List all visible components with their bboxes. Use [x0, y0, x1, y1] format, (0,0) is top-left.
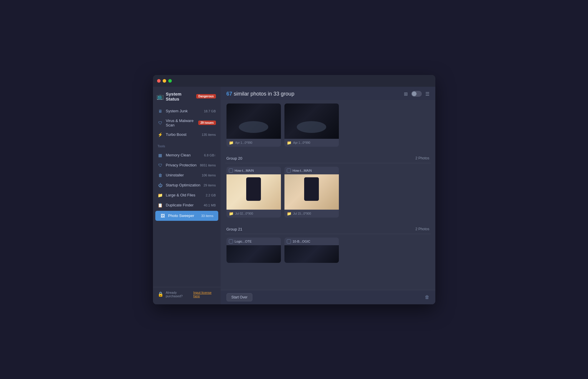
group-21-section: Group 21 2 Photos Logic...OTE [225, 223, 431, 266]
main-content: 67 similar photos in 33 group ⊞ ☰ [221, 87, 435, 304]
startup-optimization-icon: ⏻ [158, 183, 163, 188]
group-20-photos: How-t...MAIN 📁 Jul 02...0*900 How [225, 163, 431, 221]
large-old-files-label: Large & Old Files [166, 193, 203, 197]
main-items-section: 🖥 System Junk 18.7 GB 🛡 Virus & Malware … [153, 105, 221, 141]
toggle-thumb [412, 91, 417, 96]
photo-footer: 📁 Apr 1...0*990 [284, 139, 339, 147]
system-junk-label: System Junk [166, 109, 201, 113]
photo-meta: Apr 1...0*990 [293, 141, 310, 144]
photo-image [284, 103, 339, 139]
main-footer: Start Over 🗑 [221, 290, 435, 304]
photo-meta: Jul 15...0*900 [293, 212, 311, 215]
sidebar-footer: 🔒 Already purchased? Input license here [153, 287, 221, 301]
start-over-button[interactable]: Start Over [226, 293, 253, 301]
group-20-count: 2 Photos [415, 156, 429, 160]
header-controls: ⊞ ☰ [404, 91, 429, 97]
photo-card: How-t...MAIN 📁 Jul 02...0*900 [226, 167, 281, 218]
main-header: 67 similar photos in 33 group ⊞ ☰ [221, 87, 435, 100]
photo-sweeper-count: 33 items [201, 214, 214, 218]
photo-checkbox[interactable] [287, 239, 291, 243]
folder-icon: 📁 [287, 211, 291, 216]
sidebar: 📺 System Status Dangerous 🖥 System Junk … [153, 87, 221, 304]
close-button[interactable] [157, 79, 161, 83]
partial-photos-grid: 📁 Apr 1...0*990 📁 Apr 1...0*990 [225, 100, 431, 150]
list-view-icon[interactable]: ☰ [425, 91, 429, 97]
sidebar-item-memory-clean[interactable]: ▦ Memory Clean 6.8 GB↑ [153, 150, 221, 160]
duplicate-finder-count: 40.1 MB [204, 203, 216, 207]
memory-clean-icon: ▦ [158, 153, 163, 158]
photo-card: How-t...MAIN 📁 Jul 15...0*900 [284, 167, 339, 218]
photo-card: Logic...OTE [226, 238, 281, 263]
photo-card-header: Logic...OTE [226, 238, 281, 245]
sidebar-item-virus-scan[interactable]: 🛡 Virus & Malware Scan 29 issues [153, 116, 221, 130]
minimize-button[interactable] [163, 79, 166, 83]
photo-filename: How-t...MAIN [293, 169, 312, 172]
photo-meta: Jul 02...0*900 [235, 212, 253, 215]
dangerous-badge: Dangerous [196, 94, 216, 98]
large-old-files-icon: 📁 [158, 193, 163, 198]
tools-section-label: Tools [153, 141, 221, 149]
similar-photos-count: 67 [226, 91, 232, 97]
lock-icon: 🔒 [158, 291, 164, 297]
title-bar [153, 75, 435, 87]
maximize-button[interactable] [168, 79, 172, 83]
sidebar-title: System Status [166, 91, 194, 101]
sidebar-item-duplicate-finder[interactable]: 📋 Duplicate Finder 40.1 MB [153, 200, 221, 210]
photo-card-header: How-t...MAIN [284, 167, 339, 174]
system-status-icon: 📺 [158, 94, 163, 99]
view-toggle[interactable] [411, 91, 422, 97]
sidebar-item-turbo-boost[interactable]: ⚡ Turbo Boost 135 items [153, 130, 221, 140]
uninstaller-label: Uninstaller [166, 173, 199, 177]
app-body: 📺 System Status Dangerous 🖥 System Junk … [153, 87, 435, 304]
main-title: 67 similar photos in 33 group [226, 91, 294, 97]
photo-card: 📁 Apr 1...0*990 [226, 103, 281, 147]
turbo-boost-label: Turbo Boost [166, 132, 199, 137]
photo-checkbox[interactable] [229, 168, 233, 173]
duplicate-finder-label: Duplicate Finder [166, 203, 201, 207]
system-junk-icon: 🖥 [158, 108, 163, 114]
traffic-lights [157, 79, 172, 83]
startup-optimization-label: Startup Optimization [166, 183, 201, 187]
uninstaller-count: 106 items [202, 173, 216, 177]
photo-filename: Logic...OTE [235, 240, 252, 243]
group-21-name: Group 21 [226, 227, 242, 231]
photo-filename: How-t...MAIN [235, 169, 254, 172]
memory-clean-count: 6.8 GB↑ [204, 153, 216, 157]
folder-icon: 📁 [229, 211, 234, 216]
uninstaller-icon: 🗑 [158, 173, 163, 178]
photo-image [226, 174, 281, 210]
group-20-header: Group 20 2 Photos [225, 153, 431, 163]
content-scroll[interactable]: 📁 Apr 1...0*990 📁 Apr 1...0*990 [221, 100, 435, 290]
photo-meta: Apr 1...0*990 [235, 141, 252, 144]
memory-clean-label: Memory Clean [166, 153, 201, 157]
photo-image [226, 103, 281, 139]
virus-scan-label: Virus & Malware Scan [166, 118, 196, 127]
sidebar-header: 📺 System Status Dangerous [153, 87, 221, 105]
turbo-boost-icon: ⚡ [158, 132, 163, 137]
photo-image [284, 174, 339, 210]
group-20-section: Group 20 2 Photos How-t...MAIN 📁 [225, 153, 431, 221]
app-window: 📺 System Status Dangerous 🖥 System Junk … [153, 75, 435, 304]
photo-checkbox[interactable] [229, 239, 233, 243]
grid-view-icon[interactable]: ⊞ [404, 91, 408, 97]
virus-scan-icon: 🛡 [158, 120, 163, 126]
sidebar-item-uninstaller[interactable]: 🗑 Uninstaller 106 items [153, 170, 221, 180]
photo-checkbox[interactable] [287, 168, 291, 173]
input-license-link[interactable]: Input license here [193, 291, 216, 298]
photo-sweeper-icon: 🖼 [160, 213, 165, 218]
privacy-protection-icon: 🛡 [158, 163, 163, 168]
photo-image [284, 245, 339, 263]
delete-icon[interactable]: 🗑 [425, 295, 429, 300]
photo-footer: 📁 Jul 15...0*900 [284, 210, 339, 218]
sidebar-item-photo-sweeper[interactable]: 🖼 Photo Sweeper 33 items [155, 211, 218, 221]
group-21-photos: Logic...OTE 10-B...OGIC [225, 234, 431, 266]
duplicate-finder-icon: 📋 [158, 203, 163, 208]
photo-footer: 📁 Apr 1...0*990 [226, 139, 281, 147]
folder-icon: 📁 [287, 141, 291, 145]
sidebar-item-startup-optimization[interactable]: ⏻ Startup Optimization 29 items [153, 180, 221, 190]
sidebar-item-large-old-files[interactable]: 📁 Large & Old Files 2.2 GB [153, 190, 221, 200]
sidebar-item-system-junk[interactable]: 🖥 System Junk 18.7 GB [153, 106, 221, 116]
sidebar-item-privacy-protection[interactable]: 🛡 Privacy Protection 8651 items [153, 160, 221, 170]
photo-card: 📁 Apr 1...0*990 [284, 103, 339, 147]
privacy-protection-count: 8651 items [200, 163, 216, 167]
